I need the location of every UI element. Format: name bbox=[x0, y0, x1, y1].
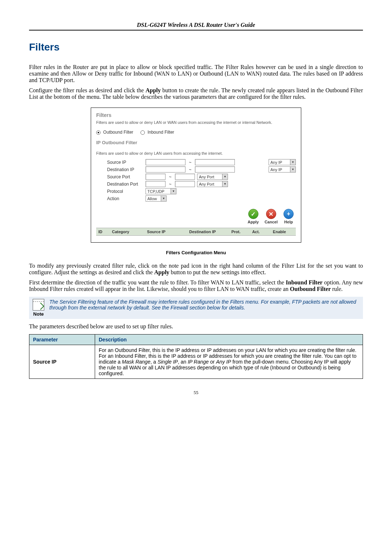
dropdown-source-ip-value: Any IP bbox=[270, 160, 282, 165]
param-desc: For an Outbound Filter, this is the IP a… bbox=[95, 345, 363, 379]
note-label: Note bbox=[33, 311, 44, 317]
modify-paragraph: To modify any previously created filter … bbox=[29, 263, 363, 276]
dropdown-dest-port-value: Any Port bbox=[199, 182, 214, 186]
label-destination-ip: Destination IP bbox=[107, 167, 143, 172]
label-source-port: Source Port bbox=[107, 174, 143, 179]
radio-outbound[interactable] bbox=[96, 130, 101, 135]
desc-part: , an bbox=[178, 359, 188, 365]
cancel-button[interactable]: ✕ Cancel bbox=[265, 209, 278, 224]
col-prot: Prot. bbox=[231, 230, 252, 234]
p4-text-c: rule. bbox=[331, 286, 343, 292]
input-source-ip-from[interactable] bbox=[146, 159, 185, 165]
input-source-port-to[interactable] bbox=[175, 174, 195, 180]
desc-part: or bbox=[209, 359, 216, 365]
dropdown-dest-ip-mode[interactable]: Any IP ▼ bbox=[269, 166, 296, 173]
col-act: Act. bbox=[252, 230, 273, 234]
dropdown-protocol-value: TCP,UDP bbox=[147, 189, 164, 194]
radio-inbound[interactable] bbox=[140, 130, 145, 135]
intro-paragraph-1: Filter rules in the Router are put in pl… bbox=[29, 64, 363, 84]
chevron-down-icon: ▼ bbox=[222, 174, 228, 179]
label-source-ip: Source IP bbox=[107, 160, 143, 165]
desc-italic-ip-range: IP Range bbox=[188, 359, 209, 365]
dropdown-dest-port-mode[interactable]: Any Port ▼ bbox=[197, 181, 228, 187]
notepad-icon bbox=[33, 299, 44, 311]
input-dest-port-to[interactable] bbox=[175, 181, 195, 187]
p4-inbound-bold: Inbound Filter bbox=[286, 279, 322, 285]
p3-text-b: button to put the new settings into effe… bbox=[170, 269, 266, 275]
p4-outbound-bold: Outbound Filter bbox=[290, 286, 331, 292]
dropdown-action-value: Allow bbox=[147, 197, 157, 201]
label-destination-port: Destination Port bbox=[107, 182, 143, 187]
note-box: Note The Service Filtering feature of th… bbox=[29, 297, 363, 319]
col-id: ID bbox=[98, 230, 112, 234]
dropdown-source-port-mode[interactable]: Any Port ▼ bbox=[197, 174, 228, 180]
apply-label: Apply bbox=[248, 220, 259, 224]
chevron-down-icon: ▼ bbox=[290, 159, 295, 165]
panel-title: Filters bbox=[96, 112, 296, 118]
help-button[interactable]: + Help bbox=[283, 209, 294, 224]
p3-apply-bold: Apply bbox=[154, 269, 170, 275]
col-description: Description bbox=[95, 335, 363, 345]
p2-apply-bold: Apply bbox=[146, 87, 161, 93]
param-header-row: Parameter Description bbox=[29, 335, 363, 345]
sep-tilde-2: ~ bbox=[188, 167, 193, 172]
dropdown-dest-ip-value: Any IP bbox=[270, 167, 282, 172]
chevron-down-icon: ▼ bbox=[161, 196, 166, 201]
filters-config-screenshot: Filters Filters are used to allow or den… bbox=[91, 108, 301, 243]
row-protocol: Protocol TCP,UDP ▼ bbox=[96, 188, 296, 194]
desc-part: , a bbox=[150, 359, 157, 365]
sep-tilde-3: ~ bbox=[168, 174, 173, 179]
sep-tilde-4: ~ bbox=[168, 182, 173, 187]
cancel-label: Cancel bbox=[265, 220, 278, 224]
plus-icon: + bbox=[283, 209, 294, 219]
direction-paragraph: First determine the direction of the tra… bbox=[29, 279, 363, 292]
actions-row: ✓ Apply ✕ Cancel + Help bbox=[96, 209, 294, 224]
row-source-port: Source Port ~ Any Port ▼ bbox=[96, 174, 296, 180]
dropdown-protocol[interactable]: TCP,UDP ▼ bbox=[146, 188, 176, 194]
close-icon: ✕ bbox=[266, 209, 276, 219]
input-dest-ip-to[interactable] bbox=[195, 166, 235, 173]
row-action: Action Allow ▼ bbox=[96, 195, 296, 202]
input-source-port-from[interactable] bbox=[146, 174, 166, 180]
col-parameter: Parameter bbox=[29, 335, 95, 345]
chevron-down-icon: ▼ bbox=[290, 167, 295, 172]
apply-button[interactable]: ✓ Apply bbox=[248, 209, 259, 224]
help-label: Help bbox=[284, 220, 293, 224]
p4-text-a: First determine the direction of the tra… bbox=[29, 279, 286, 285]
col-category: Category bbox=[112, 230, 147, 234]
desc-italic-any-ip: Any IP bbox=[216, 359, 231, 365]
label-action: Action bbox=[107, 196, 143, 201]
params-intro: The parameters described below are used … bbox=[29, 323, 363, 330]
label-protocol: Protocol bbox=[107, 189, 143, 194]
radio-inbound-label: Inbound Filter bbox=[147, 130, 174, 135]
chevron-down-icon: ▼ bbox=[171, 189, 176, 194]
desc-italic-mask-range: Mask Range bbox=[122, 359, 151, 365]
dropdown-source-port-value: Any Port bbox=[199, 175, 214, 179]
radio-outbound-label: Outbound Filter bbox=[103, 130, 133, 135]
input-dest-port-from[interactable] bbox=[146, 181, 166, 187]
desc-italic-single-ip: Single IP bbox=[158, 359, 178, 365]
param-name: Source IP bbox=[29, 345, 95, 379]
chevron-down-icon: ▼ bbox=[222, 181, 228, 187]
param-row-source-ip: Source IP For an Outbound Filter, this i… bbox=[29, 345, 363, 379]
dropdown-source-ip-mode[interactable]: Any IP ▼ bbox=[269, 159, 296, 165]
panel-desc: Filters are used to allow or deny LAN or… bbox=[96, 120, 296, 125]
intro-paragraph-2: Configure the filter rules as desired an… bbox=[29, 87, 363, 100]
note-text: The Service Filtering feature of the Fir… bbox=[49, 299, 359, 311]
ip-outbound-desc: Filters are used to allow or deny LAN us… bbox=[96, 151, 296, 155]
row-source-ip: Source IP ~ Any IP ▼ bbox=[96, 159, 296, 165]
sep-tilde: ~ bbox=[188, 160, 193, 165]
section-heading-filters: Filters bbox=[29, 41, 363, 53]
col-enable: Enable bbox=[273, 230, 294, 234]
row-destination-port: Destination Port ~ Any Port ▼ bbox=[96, 181, 296, 187]
input-dest-ip-from[interactable] bbox=[146, 166, 185, 173]
input-source-ip-to[interactable] bbox=[195, 159, 235, 165]
page-number: 55 bbox=[29, 390, 363, 396]
check-icon: ✓ bbox=[248, 209, 258, 219]
p2-text-a: Configure the filter rules as desired an… bbox=[29, 87, 146, 93]
filter-list-header: ID Category Source IP Destination IP Pro… bbox=[96, 228, 296, 236]
note-icon-col: Note bbox=[33, 299, 44, 317]
filter-direction-radios: Outbound Filter Inbound Filter bbox=[96, 130, 296, 135]
page-header: DSL-G624T Wireless A DSL Router User's G… bbox=[29, 22, 363, 31]
dropdown-action[interactable]: Allow ▼ bbox=[146, 195, 167, 202]
